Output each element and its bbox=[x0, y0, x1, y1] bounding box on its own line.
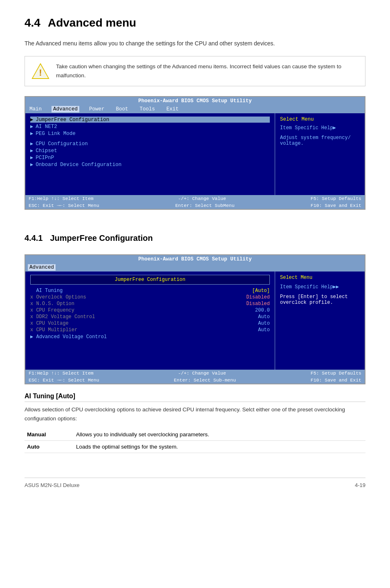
section-number: 4.4 bbox=[25, 16, 40, 29]
option-name-auto: Auto bbox=[25, 441, 74, 453]
bios-item-cpu-config[interactable]: ▶ CPU Configuration bbox=[30, 141, 270, 147]
bios-item-jumperfree[interactable]: ▶ JumperFree Configuration bbox=[30, 117, 270, 123]
jf-item-name: AI Tuning bbox=[30, 288, 63, 294]
status-help: F1:Help ↑↓: Select Item bbox=[29, 196, 94, 201]
status2-help: F1:Help ↑↓: Select Item bbox=[29, 370, 94, 376]
help-title: Select Menu bbox=[280, 117, 360, 122]
ai-tuning-desc: Allows selection of CPU overclocking opt… bbox=[25, 405, 365, 423]
menu-advanced[interactable]: Advanced bbox=[52, 106, 79, 112]
subsection-title: JumperFree Configuration bbox=[50, 233, 152, 243]
menu-tools[interactable]: Tools bbox=[138, 106, 157, 112]
status-enter: Enter: Select SubMenu bbox=[175, 203, 235, 208]
jf-item-val: Disabled bbox=[246, 294, 270, 300]
bios-titlebar: Phoenix-Award BIOS CMOS Setup Utility bbox=[25, 97, 365, 105]
section-heading: 4.4 Advanced menu bbox=[25, 16, 365, 34]
bios-item-chipset[interactable]: ▶ Chipset bbox=[30, 148, 270, 154]
bios-item-label: JumperFree Configuration bbox=[36, 117, 109, 123]
status-esc: ESC: Exit →←: Select Menu bbox=[29, 203, 99, 208]
arrow-icon: ▶ bbox=[30, 162, 33, 168]
status-change: -/+: Change Value bbox=[178, 196, 226, 201]
jf-item-nos[interactable]: x N.O.S. Option Disabled bbox=[30, 301, 270, 307]
status2-change: -/+: Change Value bbox=[178, 370, 226, 376]
bios-titlebar2: Phoenix-Award BIOS CMOS Setup Utility bbox=[25, 255, 365, 263]
help-item-specific: Item Specific Help▶ bbox=[280, 125, 360, 131]
jf-item-name: x Overclock Options bbox=[30, 294, 86, 300]
jf-item-name: x DDR2 Voltage Control bbox=[30, 314, 95, 320]
help-desc: Adjust system frequency/voltage. bbox=[280, 135, 360, 146]
jf-item-val: 200.0 bbox=[255, 307, 270, 313]
menu-main[interactable]: Main bbox=[28, 106, 43, 112]
subsection-number: 4.4.1 bbox=[25, 233, 43, 243]
ai-tuning-table: Manual Allows you to individually set ov… bbox=[25, 429, 365, 453]
bios-item-pcipnp[interactable]: ▶ PCIPnP bbox=[30, 155, 270, 161]
bios-menubar: Main Advanced Power Boot Tools Exit bbox=[25, 105, 365, 113]
right2-select-menu: Select Menu bbox=[280, 275, 360, 281]
footer-right: 4-19 bbox=[355, 482, 365, 488]
jf-item-val: [Auto] bbox=[252, 288, 270, 294]
jf-item-val: Disabled bbox=[246, 301, 270, 307]
bios-right-panel: Select Menu Item Specific Help▶ Adjust s… bbox=[275, 113, 365, 195]
svg-text:!: ! bbox=[39, 67, 42, 78]
right2-help1: Item Specific Help▶▶ bbox=[280, 284, 360, 290]
help-desc-text: Adjust system frequency/voltage. bbox=[280, 135, 351, 146]
jf-item-val: Auto bbox=[258, 321, 270, 326]
bios-statusbar: F1:Help ↑↓: Select Item -/+: Change Valu… bbox=[25, 195, 365, 202]
bios-right2: Select Menu Item Specific Help▶▶ Press [… bbox=[275, 272, 365, 370]
bios2-statusbar2: ESC: Exit →←: Select Menu Enter: Select … bbox=[25, 377, 365, 384]
bios-item-label: Chipset bbox=[36, 148, 57, 154]
jf-item-val: Auto bbox=[258, 327, 270, 333]
status2-defaults: F5: Setup Defaults bbox=[311, 370, 361, 376]
jf-inner-title: JumperFree Configuration bbox=[30, 275, 270, 285]
bios-statusbar2: ESC: Exit →←: Select Menu Enter: Select … bbox=[25, 202, 365, 209]
jf-item-advvoltage[interactable]: ▶ Advanced Voltage Control bbox=[30, 334, 270, 340]
table-row: Manual Allows you to individually set ov… bbox=[25, 429, 365, 441]
arrow-icon: ▶ bbox=[30, 117, 33, 123]
option-name-manual: Manual bbox=[25, 429, 74, 441]
jf-item-ddr2voltage[interactable]: x DDR2 Voltage Control Auto bbox=[30, 314, 270, 320]
section-description: The Advanced menu items allow you to cha… bbox=[25, 39, 365, 48]
status2-enter: Enter: Select Sub-menu bbox=[174, 377, 236, 383]
bios-item-ainet2[interactable]: ▶ AI NET2 bbox=[30, 123, 270, 130]
jf-item-name: ▶ Advanced Voltage Control bbox=[30, 334, 107, 340]
bios-menubar2: Advanced bbox=[25, 263, 365, 272]
bios2-statusbar1: F1:Help ↑↓: Select Item -/+: Change Valu… bbox=[25, 370, 365, 377]
bios-panel-main: Phoenix-Award BIOS CMOS Setup Utility Ma… bbox=[25, 96, 365, 210]
arrow-icon: ▶ bbox=[30, 141, 33, 147]
jf-item-name: x N.O.S. Option bbox=[30, 301, 74, 307]
status2-esc: ESC: Exit →←: Select Menu bbox=[29, 377, 99, 383]
option-desc-auto: Loads the optimal settings for the syste… bbox=[74, 441, 365, 453]
jf-item-aituning[interactable]: AI Tuning [Auto] bbox=[30, 288, 270, 294]
jf-item-overclock[interactable]: x Overclock Options Disabled bbox=[30, 294, 270, 300]
warning-box: ! Take caution when changing the setting… bbox=[25, 56, 365, 86]
warning-icon: ! bbox=[31, 62, 49, 80]
jf-item-name: x CPU Voltage bbox=[30, 321, 69, 326]
bios-body2: JumperFree Configuration AI Tuning [Auto… bbox=[25, 272, 365, 370]
jf-item-val: Auto bbox=[258, 314, 270, 320]
ai-tuning-heading: AI Tuning [Auto] bbox=[25, 393, 365, 402]
status-defaults: F5: Setup Defaults bbox=[311, 196, 361, 201]
jf-item-cpuvoltage[interactable]: x CPU Voltage Auto bbox=[30, 321, 270, 326]
menu-power[interactable]: Power bbox=[87, 106, 106, 112]
menu-tab-advanced[interactable]: Advanced bbox=[28, 264, 56, 271]
menu-boot[interactable]: Boot bbox=[114, 106, 130, 112]
bios-item-label: PCIPnP bbox=[36, 155, 54, 161]
warning-text: Take caution when changing the settings … bbox=[56, 62, 359, 80]
jf-item-cpufreq[interactable]: x CPU Frequency 200.0 bbox=[30, 307, 270, 313]
ai-tuning-section: AI Tuning [Auto] Allows selection of CPU… bbox=[25, 393, 365, 453]
right2-help2: Press [Enter] to selectoverclock profile… bbox=[280, 294, 360, 305]
jf-item-cpumulti[interactable]: x CPU Multiplier Auto bbox=[30, 327, 270, 333]
bios-item-label: AI NET2 bbox=[36, 124, 57, 130]
status2-save: F10: Save and Exit bbox=[311, 377, 361, 383]
menu-exit[interactable]: Exit bbox=[165, 106, 180, 112]
jf-item-name: x CPU Frequency bbox=[30, 307, 74, 313]
table-row: Auto Loads the optimal settings for the … bbox=[25, 441, 365, 453]
subsection-heading: 4.4.1 JumperFree Configuration bbox=[25, 222, 365, 249]
bios-item-peg[interactable]: ▶ PEG Link Mode bbox=[30, 130, 270, 137]
page-footer: ASUS M2N-SLI Deluxe 4-19 bbox=[25, 478, 365, 488]
footer-left: ASUS M2N-SLI Deluxe bbox=[25, 482, 79, 488]
arrow-icon: ▶ bbox=[30, 148, 33, 154]
bios-left-panel: ▶ JumperFree Configuration ▶ AI NET2 ▶ P… bbox=[25, 113, 275, 195]
arrow-icon: ▶ bbox=[30, 155, 33, 161]
bios-left2: JumperFree Configuration AI Tuning [Auto… bbox=[25, 272, 275, 370]
bios-item-onboard[interactable]: ▶ Onboard Device Configuration bbox=[30, 162, 270, 168]
